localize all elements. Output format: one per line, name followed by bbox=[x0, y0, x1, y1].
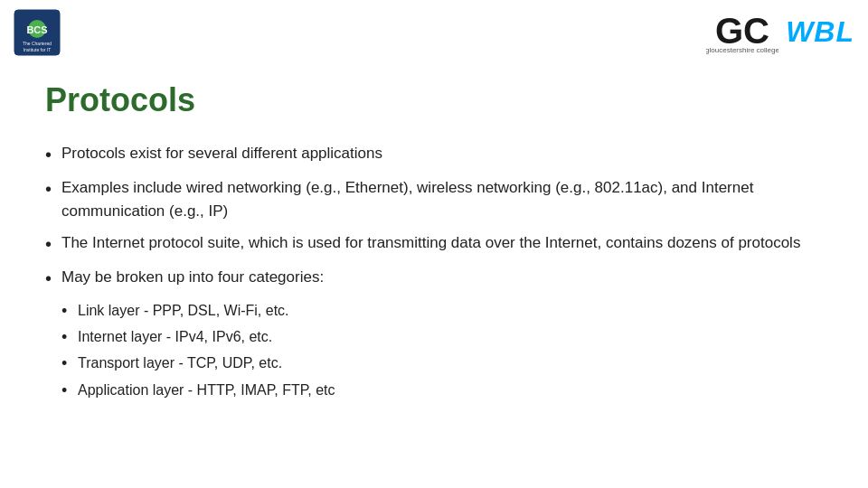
svg-text:gloucestershire college: gloucestershire college bbox=[706, 46, 778, 54]
bullet-dot-3: • bbox=[45, 231, 61, 257]
wbl-label: WBL bbox=[786, 15, 854, 49]
top-right-logos: GC gloucestershire college WBL bbox=[706, 9, 854, 54]
sub-bullet-dot-4: • bbox=[61, 380, 78, 402]
bcs-logo-icon: BCS The Chartered Institute for IT bbox=[14, 9, 61, 56]
svg-text:GC: GC bbox=[715, 11, 769, 51]
bullet-text-2: Examples include wired networking (e.g.,… bbox=[61, 176, 823, 222]
sub-bullet-dot-3: • bbox=[61, 352, 78, 375]
sub-bullet-dot-2: • bbox=[61, 326, 78, 349]
bullet-dot-2: • bbox=[45, 176, 61, 202]
bullet-dot-4: • bbox=[45, 266, 61, 291]
slide-content: • Protocols exist for several different … bbox=[45, 142, 823, 402]
sub-bullet-text-4: Application layer - HTTP, IMAP, FTP, etc bbox=[78, 380, 823, 401]
bullet-text-3: The Internet protocol suite, which is us… bbox=[61, 231, 823, 255]
bullet-item-3: • The Internet protocol suite, which is … bbox=[45, 231, 823, 257]
gc-logo-icon: GC gloucestershire college bbox=[706, 9, 778, 54]
bullet-item-4: • May be broken up into four categories: bbox=[45, 266, 823, 291]
bullet-dot-1: • bbox=[45, 142, 61, 167]
sub-bullet-item-3: • Transport layer - TCP, UDP, etc. bbox=[61, 352, 823, 375]
slide-title: Protocols bbox=[45, 81, 823, 119]
sub-bullet-item-2: • Internet layer - IPv4, IPv6, etc. bbox=[61, 326, 823, 349]
bullet-item-1: • Protocols exist for several different … bbox=[45, 142, 823, 167]
bcs-logo-container: BCS The Chartered Institute for IT bbox=[14, 9, 68, 63]
sub-bullet-text-2: Internet layer - IPv4, IPv6, etc. bbox=[78, 326, 823, 348]
sub-bullet-dot-1: • bbox=[61, 300, 78, 323]
bullet-text-1: Protocols exist for several different ap… bbox=[61, 142, 823, 165]
svg-text:BCS: BCS bbox=[26, 24, 47, 35]
svg-text:Institute for IT: Institute for IT bbox=[24, 47, 52, 52]
bullet-item-2: • Examples include wired networking (e.g… bbox=[45, 176, 823, 222]
slide: BCS The Chartered Institute for IT GC gl… bbox=[0, 0, 868, 488]
sub-bullet-item-4: • Application layer - HTTP, IMAP, FTP, e… bbox=[61, 380, 823, 402]
sub-bullet-text-1: Link layer - PPP, DSL, Wi-Fi, etc. bbox=[78, 300, 823, 322]
sub-bullet-text-3: Transport layer - TCP, UDP, etc. bbox=[78, 352, 823, 374]
sub-bullets-container: • Link layer - PPP, DSL, Wi-Fi, etc. • I… bbox=[61, 300, 823, 402]
title-text: Protocols bbox=[45, 81, 823, 119]
sub-bullet-item-1: • Link layer - PPP, DSL, Wi-Fi, etc. bbox=[61, 300, 823, 323]
bullet-text-4: May be broken up into four categories: bbox=[61, 266, 823, 289]
svg-text:The Chartered: The Chartered bbox=[23, 41, 52, 46]
